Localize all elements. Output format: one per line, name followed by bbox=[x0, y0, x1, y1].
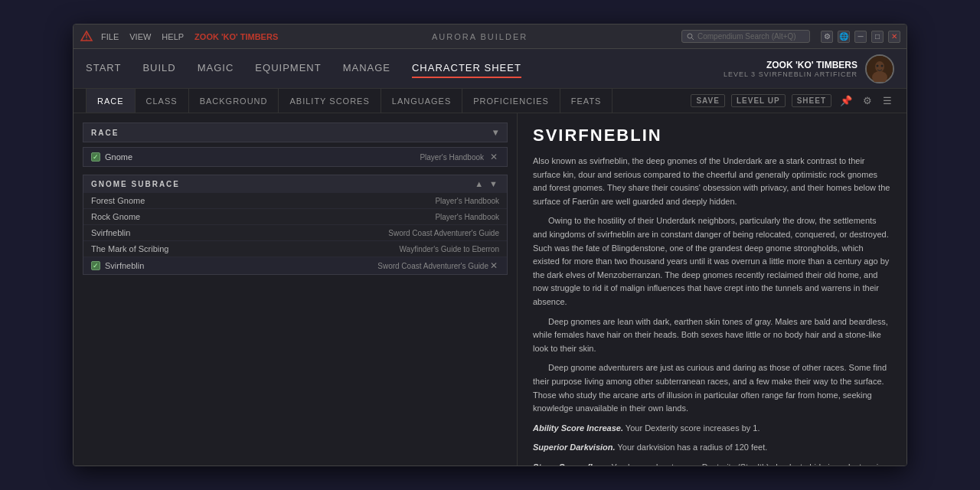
subrace-source-forest: Player's Handbook bbox=[435, 197, 499, 205]
svg-point-6 bbox=[875, 61, 884, 72]
detail-trait-3: Stone Camouflage. You have advantage on … bbox=[533, 461, 891, 466]
race-remove-button[interactable]: ✕ bbox=[488, 152, 499, 162]
global-icon[interactable]: 🌐 bbox=[838, 31, 850, 43]
detail-trait-1: Ability Score Increase. Your Dexterity s… bbox=[533, 422, 891, 436]
subrace-source-mark: Wayfinder's Guide to Eberron bbox=[400, 245, 500, 253]
left-panel: RACE ▾ ✓ Gnome Player's Handbook ✕ GNOME… bbox=[74, 113, 518, 466]
race-selection: ✓ Gnome Player's Handbook ✕ bbox=[83, 147, 508, 167]
menu-view[interactable]: VIEW bbox=[129, 32, 151, 41]
close-button[interactable]: ✕ bbox=[888, 31, 900, 43]
menu-help[interactable]: HELP bbox=[162, 32, 184, 41]
level-up-button[interactable]: LEVEL UP bbox=[731, 94, 786, 107]
detail-paragraph-1: Also known as svirfneblin, the deep gnom… bbox=[533, 155, 891, 208]
subrace-source-svir1: Sword Coast Adventurer's Guide bbox=[388, 229, 499, 237]
settings-icon[interactable]: ⚙ bbox=[821, 31, 833, 43]
subrace-source-svir2: Sword Coast Adventurer's Guide bbox=[377, 262, 488, 270]
titlebar-menu: FILE VIEW HELP ZOOK 'KO' TIMBERS bbox=[101, 32, 278, 41]
nav-character-sheet[interactable]: CHARACTER SHEET bbox=[412, 59, 521, 78]
svg-line-4 bbox=[692, 38, 694, 40]
subnav-actions: SAVE LEVEL UP SHEET 📌 ⚙ ☰ bbox=[691, 94, 894, 107]
subrace-expand-icon[interactable]: ▼ bbox=[489, 179, 499, 188]
subnav-proficiencies[interactable]: PROFICIENCIES bbox=[462, 89, 560, 113]
titlebar-username: ZOOK 'KO' TIMBERS bbox=[194, 32, 278, 41]
list-item[interactable]: The Mark of Scribing Wayfinder's Guide t… bbox=[83, 240, 507, 256]
detail-paragraph-3: Deep gnomes are lean with dark, earthen … bbox=[533, 315, 891, 356]
detail-title: SVIRFNEBLIN bbox=[533, 126, 891, 145]
sheet-button[interactable]: SHEET bbox=[792, 94, 831, 107]
subrace-remove-button[interactable]: ✕ bbox=[488, 260, 499, 271]
race-name: Gnome bbox=[105, 152, 415, 162]
race-section-label: RACE bbox=[91, 129, 119, 137]
pin-icon[interactable]: 📌 bbox=[838, 95, 854, 106]
subrace-name-svir2: Svirfneblin bbox=[105, 261, 377, 270]
list-item[interactable]: Rock Gnome Player's Handbook bbox=[83, 208, 507, 224]
race-checkbox[interactable]: ✓ bbox=[91, 152, 100, 162]
race-row: ✓ Gnome Player's Handbook ✕ bbox=[83, 148, 507, 166]
settings-icon[interactable]: ⚙ bbox=[861, 95, 874, 106]
list-item[interactable]: ✓ Svirfneblin Sword Coast Adventurer's G… bbox=[83, 256, 507, 274]
subrace-checkbox[interactable]: ✓ bbox=[91, 261, 100, 270]
nav-build[interactable]: BUILD bbox=[142, 59, 175, 78]
search-icon bbox=[687, 33, 694, 41]
subrace-name-rock: Rock Gnome bbox=[91, 212, 435, 221]
header-user: ZOOK 'KO' TIMBERS LEVEL 3 SVIRFNEBLIN AR… bbox=[724, 54, 894, 83]
app-title: AURORA BUILDER bbox=[283, 32, 677, 41]
race-section-header[interactable]: RACE ▾ bbox=[83, 122, 508, 142]
subrace-collapse-icon[interactable]: ▲ bbox=[475, 179, 485, 188]
user-info: ZOOK 'KO' TIMBERS LEVEL 3 SVIRFNEBLIN AR… bbox=[724, 60, 858, 78]
detail-paragraph-2: Owing to the hostility of their Underdar… bbox=[533, 214, 891, 309]
subnav-feats[interactable]: FEATS bbox=[560, 89, 613, 113]
search-input[interactable] bbox=[697, 32, 805, 41]
app-logo-icon bbox=[80, 30, 93, 44]
avatar bbox=[865, 54, 894, 83]
detail-trait-2: Superior Darkvision. Your darkvision has… bbox=[533, 441, 891, 455]
race-source: Player's Handbook bbox=[420, 153, 484, 162]
detail-body: Also known as svirfneblin, the deep gnom… bbox=[533, 155, 891, 466]
subrace-section: GNOME SUBRACE ▲ ▼ Forest Gnome Player's … bbox=[83, 175, 508, 275]
subnav-race[interactable]: RACE bbox=[86, 89, 136, 113]
detail-paragraph-4: Deep gnome adventurers are just as curio… bbox=[533, 361, 891, 415]
maximize-button[interactable]: □ bbox=[871, 31, 884, 43]
menu-icon[interactable]: ☰ bbox=[880, 95, 894, 106]
nav-magic[interactable]: MAGIC bbox=[198, 59, 234, 78]
subrace-source-rock: Player's Handbook bbox=[435, 213, 499, 221]
minimize-button[interactable]: ─ bbox=[854, 31, 867, 43]
main-nav: START BUILD MAGIC EQUIPMENT MANAGE CHARA… bbox=[86, 59, 724, 78]
content-area: RACE ▾ ✓ Gnome Player's Handbook ✕ GNOME… bbox=[74, 113, 906, 466]
subnav: RACE CLASS BACKGROUND ABILITY SCORES LAN… bbox=[74, 89, 906, 113]
nav-start[interactable]: START bbox=[86, 59, 121, 78]
svg-point-3 bbox=[688, 34, 692, 38]
main-window: FILE VIEW HELP ZOOK 'KO' TIMBERS AURORA … bbox=[73, 24, 907, 466]
subnav-ability-scores[interactable]: ABILITY SCORES bbox=[279, 89, 381, 113]
subnav-languages[interactable]: LANGUAGES bbox=[381, 89, 462, 113]
subrace-name-forest: Forest Gnome bbox=[91, 196, 435, 205]
save-button[interactable]: SAVE bbox=[691, 94, 725, 107]
list-item[interactable]: Forest Gnome Player's Handbook bbox=[83, 192, 507, 208]
menu-file[interactable]: FILE bbox=[101, 32, 119, 41]
compendium-search[interactable] bbox=[681, 30, 810, 43]
subrace-section-label: GNOME SUBRACE bbox=[91, 180, 180, 188]
app-header: START BUILD MAGIC EQUIPMENT MANAGE CHARA… bbox=[74, 49, 906, 89]
subrace-name-mark: The Mark of Scribing bbox=[91, 244, 400, 253]
svg-point-2 bbox=[86, 39, 87, 41]
subrace-name-svir1: Svirfneblin bbox=[91, 228, 388, 237]
subrace-section-header: GNOME SUBRACE ▲ ▼ bbox=[83, 175, 507, 192]
nav-manage[interactable]: MANAGE bbox=[343, 59, 390, 78]
window-controls: ⚙ 🌐 ─ □ ✕ bbox=[821, 31, 900, 43]
titlebar: FILE VIEW HELP ZOOK 'KO' TIMBERS AURORA … bbox=[74, 24, 906, 49]
list-item[interactable]: Svirfneblin Sword Coast Adventurer's Gui… bbox=[83, 224, 507, 240]
user-name: ZOOK 'KO' TIMBERS bbox=[724, 60, 858, 70]
right-panel: SVIRFNEBLIN Also known as svirfneblin, t… bbox=[518, 113, 906, 466]
race-chevron-icon[interactable]: ▾ bbox=[493, 127, 499, 138]
svg-point-8 bbox=[877, 64, 879, 67]
user-subtitle: LEVEL 3 SVIRFNEBLIN ARTIFICER bbox=[724, 70, 858, 78]
subnav-background[interactable]: BACKGROUND bbox=[189, 89, 279, 113]
svg-point-9 bbox=[881, 64, 884, 67]
nav-equipment[interactable]: EQUIPMENT bbox=[255, 59, 321, 78]
subnav-class[interactable]: CLASS bbox=[136, 89, 189, 113]
